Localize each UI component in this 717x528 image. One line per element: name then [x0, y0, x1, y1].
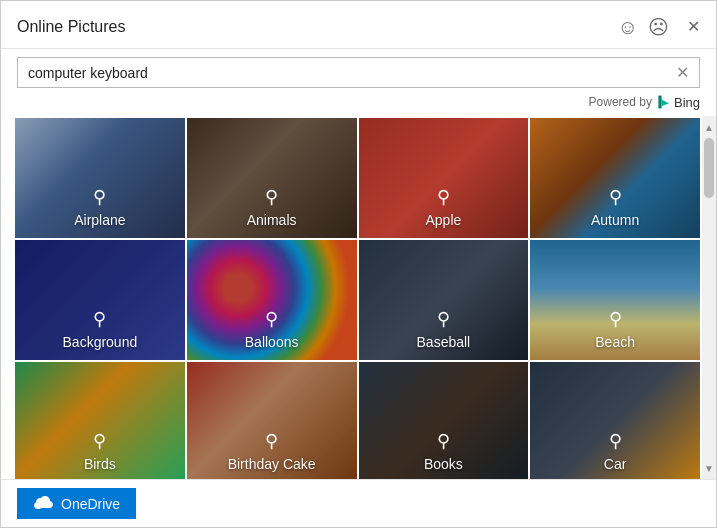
grid-item-label: Car [604, 456, 627, 472]
svg-rect-0 [658, 96, 661, 109]
grid-item-overlay: ⚲Beach [530, 240, 700, 360]
search-bar: ✕ [1, 49, 716, 92]
search-input-wrap: ✕ [17, 57, 700, 88]
search-icon: ⚲ [609, 308, 622, 330]
footer: OneDrive [1, 479, 716, 527]
grid-item[interactable]: ⚲Balloons [187, 240, 357, 360]
search-icon: ⚲ [265, 430, 278, 452]
grid-item[interactable]: ⚲Autumn [530, 118, 700, 238]
grid-item-overlay: ⚲Books [359, 362, 529, 479]
scroll-up-arrow[interactable]: ▲ [702, 118, 716, 136]
onedrive-button-label: OneDrive [61, 496, 120, 512]
grid-item[interactable]: ⚲Animals [187, 118, 357, 238]
search-icon: ⚲ [609, 430, 622, 452]
scroll-down-arrow[interactable]: ▼ [702, 459, 716, 477]
grid-item-label: Airplane [74, 212, 125, 228]
grid-item-label: Birds [84, 456, 116, 472]
grid-item[interactable]: ⚲Beach [530, 240, 700, 360]
bing-logo: Bing [656, 94, 700, 110]
search-icon: ⚲ [609, 186, 622, 208]
search-clear-icon[interactable]: ✕ [676, 63, 689, 82]
powered-by-label: Powered by [589, 95, 652, 109]
close-icon[interactable]: ✕ [687, 17, 700, 36]
grid-item-label: Autumn [591, 212, 639, 228]
title-bar: Online Pictures ☺ ☹ ✕ [1, 1, 716, 49]
grid-item[interactable]: ⚲Books [359, 362, 529, 479]
grid-item[interactable]: ⚲Airplane [15, 118, 185, 238]
search-icon: ⚲ [93, 308, 106, 330]
frown-icon[interactable]: ☹ [648, 17, 669, 37]
grid-item-label: Beach [595, 334, 635, 350]
search-icon: ⚲ [265, 186, 278, 208]
bing-logo-icon [656, 94, 672, 110]
grid-item-overlay: ⚲Baseball [359, 240, 529, 360]
dialog-title: Online Pictures [17, 18, 126, 36]
grid-item-overlay: ⚲Background [15, 240, 185, 360]
grid-item[interactable]: ⚲Birthday Cake [187, 362, 357, 479]
grid-item[interactable]: ⚲Baseball [359, 240, 529, 360]
grid-scroll[interactable]: ⚲Airplane⚲Animals⚲Apple⚲Autumn⚲Backgroun… [1, 116, 702, 479]
grid-item-overlay: ⚲Balloons [187, 240, 357, 360]
grid-item-overlay: ⚲Airplane [15, 118, 185, 238]
grid-item-overlay: ⚲Birthday Cake [187, 362, 357, 479]
grid-item[interactable]: ⚲Background [15, 240, 185, 360]
grid-item[interactable]: ⚲Apple [359, 118, 529, 238]
grid-item-overlay: ⚲Autumn [530, 118, 700, 238]
grid-item-label: Birthday Cake [228, 456, 316, 472]
svg-marker-1 [662, 100, 669, 106]
smiley-icon[interactable]: ☺ [618, 17, 638, 37]
grid-item-overlay: ⚲Animals [187, 118, 357, 238]
grid-item-overlay: ⚲Apple [359, 118, 529, 238]
search-icon: ⚲ [437, 430, 450, 452]
search-input[interactable] [28, 65, 670, 81]
grid-item-label: Apple [425, 212, 461, 228]
search-icon: ⚲ [265, 308, 278, 330]
scrollbar-thumb[interactable] [704, 138, 714, 198]
grid-item-overlay: ⚲Car [530, 362, 700, 479]
scrollbar-track: ▲ ▼ [702, 116, 716, 479]
powered-by-bar: Powered by Bing [1, 92, 716, 116]
search-icon: ⚲ [93, 186, 106, 208]
grid-item-label: Baseball [417, 334, 471, 350]
grid-item-overlay: ⚲Birds [15, 362, 185, 479]
search-icon: ⚲ [437, 186, 450, 208]
grid-item-label: Animals [247, 212, 297, 228]
grid-area: ⚲Airplane⚲Animals⚲Apple⚲Autumn⚲Backgroun… [1, 116, 716, 479]
bing-label: Bing [674, 95, 700, 110]
grid-item-label: Balloons [245, 334, 299, 350]
search-icon: ⚲ [93, 430, 106, 452]
onedrive-icon [33, 495, 53, 512]
title-bar-icons: ☺ ☹ ✕ [618, 17, 700, 37]
grid-item[interactable]: ⚲Car [530, 362, 700, 479]
grid-item-label: Background [63, 334, 138, 350]
grid-item-label: Books [424, 456, 463, 472]
online-pictures-dialog: Online Pictures ☺ ☹ ✕ ✕ Powered by Bing [0, 0, 717, 528]
image-grid: ⚲Airplane⚲Animals⚲Apple⚲Autumn⚲Backgroun… [1, 116, 702, 479]
grid-item[interactable]: ⚲Birds [15, 362, 185, 479]
search-icon: ⚲ [437, 308, 450, 330]
onedrive-cloud-icon [33, 495, 53, 509]
onedrive-button[interactable]: OneDrive [17, 488, 136, 519]
